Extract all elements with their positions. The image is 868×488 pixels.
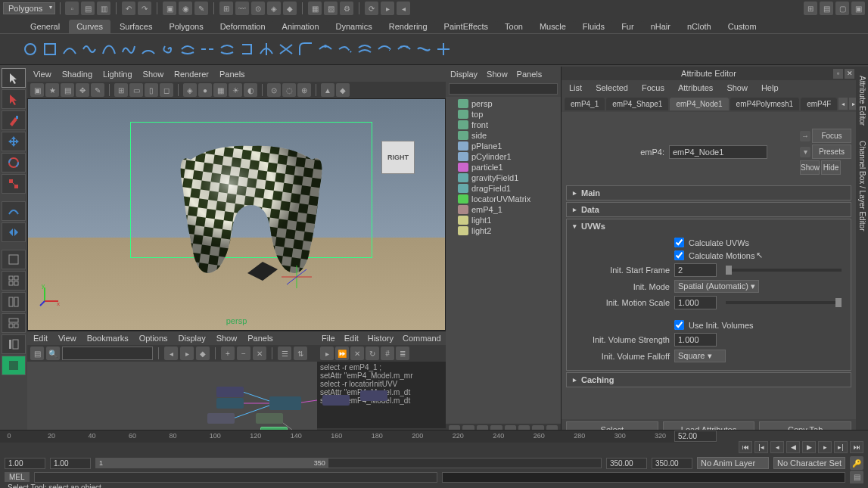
ae-tab-0[interactable]: emP4_1	[565, 98, 605, 110]
output-icon[interactable]: ◂	[397, 2, 410, 15]
cmd-lang-label[interactable]: MEL	[5, 472, 30, 482]
anim-layer-select[interactable]: No Anim Layer	[697, 457, 769, 469]
ae-section-caching[interactable]: Caching	[566, 372, 851, 387]
outliner-pane-icon[interactable]	[2, 334, 26, 354]
wireframe-icon[interactable]: ◈	[183, 83, 197, 97]
outliner-item-light1[interactable]: light1	[447, 215, 559, 225]
redo-icon[interactable]: ↷	[138, 2, 151, 15]
calculate-motions-checkbox[interactable]	[674, 250, 684, 260]
shelf-tab-ncloth[interactable]: nCloth	[680, 20, 719, 33]
sc-menu-file[interactable]: File	[322, 334, 335, 343]
scale-tool[interactable]	[2, 174, 26, 194]
ae-undock-icon[interactable]: ▫	[833, 69, 843, 79]
ae-menu-focus[interactable]: Focus	[642, 83, 664, 92]
outliner-item-dragField1[interactable]: dragField1	[447, 183, 559, 194]
file-new-icon[interactable]: ▫	[65, 2, 79, 15]
ng-in-icon[interactable]: ◂	[164, 347, 178, 360]
ae-focus-button[interactable]: Focus	[812, 129, 851, 143]
ng-remove-icon[interactable]: −	[237, 347, 250, 360]
right-tab-attribute-editor[interactable]: Attribute Editor	[857, 71, 868, 130]
shelf-tab-surfaces[interactable]: Surfaces	[112, 20, 160, 33]
shelf-tab-fur[interactable]: Fur	[614, 20, 642, 33]
cmd-script-editor-icon[interactable]: ▤	[850, 471, 863, 484]
paint-select-tool[interactable]	[2, 110, 26, 130]
ng-clear-icon[interactable]: ✕	[253, 347, 266, 360]
soft-select-tool[interactable]	[2, 201, 26, 221]
go-end-icon[interactable]: ⏭	[850, 441, 863, 453]
sc-menu-edit[interactable]: Edit	[344, 334, 359, 343]
bezier-curve-icon[interactable]	[101, 42, 117, 57]
minimize-icon[interactable]: ▢	[835, 2, 849, 15]
time-slider[interactable]: 0204060801001201401601802002202402602803…	[0, 430, 868, 455]
detach-curve-icon[interactable]	[200, 42, 215, 57]
sc-menu-command[interactable]: Command	[403, 334, 441, 343]
ae-tab-3[interactable]: emP4Polymesh1	[730, 98, 800, 110]
two-pane-icon[interactable]	[2, 292, 26, 312]
align-curve-icon[interactable]	[219, 42, 235, 57]
arc-curve-icon[interactable]	[141, 42, 156, 57]
ae-node-name-input[interactable]	[669, 145, 767, 159]
render-icon[interactable]: ▦	[308, 2, 322, 15]
ae-tab-prev-icon[interactable]: ◂	[838, 98, 848, 110]
viewport-menu-panels[interactable]: Panels	[219, 70, 245, 79]
play-fwd-icon[interactable]: ▶	[802, 441, 816, 453]
ipr-icon[interactable]: ▧	[324, 2, 338, 15]
shelf-tab-rendering[interactable]: Rendering	[381, 20, 435, 33]
shelf-tab-muscle[interactable]: Muscle	[532, 20, 574, 33]
shelf-tab-toon[interactable]: Toon	[497, 20, 530, 33]
init-start-frame-input[interactable]	[674, 263, 717, 277]
viewport-menu-renderer[interactable]: Renderer	[174, 70, 209, 79]
bookmark-icon[interactable]: ★	[45, 83, 59, 97]
playback-end-input[interactable]	[606, 458, 647, 469]
step-back-icon[interactable]: ◂	[770, 441, 784, 453]
ae-presets-button[interactable]: Presets	[812, 145, 851, 159]
xray-joints-icon[interactable]: ⊕	[297, 83, 311, 97]
snap-curve-icon[interactable]: 〰	[235, 2, 249, 15]
shelf-tab-nhair[interactable]: nHair	[643, 20, 678, 33]
outliner-item-locatorUVMatrix[interactable]: locatorUVMatrix	[447, 194, 559, 204]
outliner-item-side[interactable]: side	[447, 130, 559, 141]
ng-menu-display[interactable]: Display	[179, 334, 206, 343]
lasso-tool[interactable]	[2, 89, 26, 109]
autokey-icon[interactable]: 🔑	[850, 456, 863, 470]
shelf-tab-fluids[interactable]: Fluids	[575, 20, 612, 33]
fillet-curve-icon[interactable]	[298, 42, 313, 57]
ng-rearrange-icon[interactable]: ⇅	[294, 347, 307, 360]
init-motion-scale-input[interactable]	[674, 296, 717, 309]
viewport-menu-lighting[interactable]: Lighting	[103, 70, 132, 79]
ae-presets-icon[interactable]: ▾	[800, 147, 810, 157]
ae-tab-next-icon[interactable]: ▸	[849, 98, 856, 110]
step-fwd-key-icon[interactable]: ▸|	[834, 441, 848, 453]
ae-tab-2[interactable]: emP4_Node1	[670, 98, 728, 110]
cmd-input[interactable]	[34, 472, 437, 483]
ng-search-icon[interactable]: 🔍	[46, 347, 60, 360]
ol-menu-panels[interactable]: Panels	[517, 70, 543, 79]
xray-icon[interactable]: ◌	[282, 83, 296, 97]
shelf-tab-curves[interactable]: Curves	[69, 20, 110, 33]
paint-icon[interactable]: ✎	[194, 2, 208, 15]
nodegraph-view[interactable]	[27, 362, 317, 440]
outliner-item-particle1[interactable]: particle1	[447, 162, 559, 173]
four-pane-icon[interactable]	[2, 271, 26, 291]
view-cube[interactable]: RIGHT	[381, 141, 415, 174]
ng-menu-view[interactable]: View	[58, 334, 76, 343]
use-init-volumes-checkbox[interactable]	[674, 320, 684, 330]
sc-exec-icon[interactable]: ▸	[320, 347, 334, 360]
anim-end-input[interactable]	[652, 458, 692, 469]
file-save-icon[interactable]: ▥	[97, 2, 110, 15]
film-gate-icon[interactable]: ▭	[129, 83, 143, 97]
sc-echo-icon[interactable]: ↻	[366, 347, 379, 360]
ae-close-icon[interactable]: ✕	[845, 69, 854, 79]
layout-icon[interactable]: ⊞	[804, 2, 817, 15]
shelf-tab-animation[interactable]: Animation	[275, 20, 327, 33]
play-back-icon[interactable]: ◀	[786, 441, 800, 453]
ae-tab-4[interactable]: emP4F	[801, 98, 837, 110]
insert-knot-icon[interactable]	[318, 42, 333, 57]
spiral-curve-icon[interactable]	[160, 42, 176, 57]
outliner-list[interactable]: persptopfrontsidepPlane1pCylinder1partic…	[446, 97, 561, 424]
undo-icon[interactable]: ↶	[122, 2, 135, 15]
step-back-key-icon[interactable]: |◂	[754, 441, 768, 453]
ae-menu-show[interactable]: Show	[726, 83, 748, 92]
extend-curve-icon[interactable]	[338, 42, 353, 57]
ae-show-button[interactable]: Show	[800, 160, 820, 175]
